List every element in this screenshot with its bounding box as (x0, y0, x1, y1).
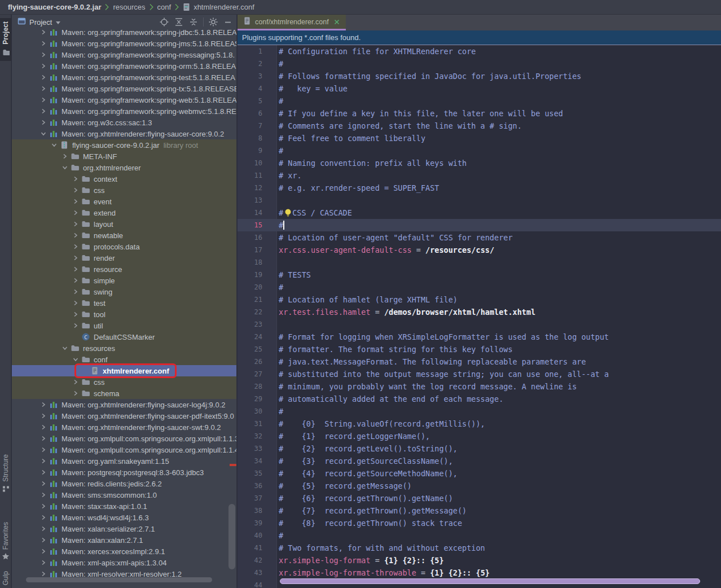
chevron-right-icon[interactable] (70, 299, 81, 308)
project-horizontal-scrollbar[interactable] (26, 577, 212, 582)
tree-item[interactable]: Maven: org.xhtmlrenderer:flying-saucer-s… (12, 422, 236, 433)
editor-line[interactable]: 5# (238, 95, 721, 107)
chevron-right-icon[interactable] (38, 73, 49, 82)
tree-item[interactable]: Maven: wsdl4j:wsdl4j:1.6.3 (12, 512, 236, 523)
editor-line[interactable]: 11# xr. (238, 169, 721, 182)
tree-item[interactable]: test (12, 297, 236, 309)
chevron-right-icon[interactable] (38, 536, 49, 545)
stripe-tab-favorites[interactable]: Favorites (0, 522, 11, 563)
editor-line[interactable]: 1# Configuration file for XHTMLRenderer … (238, 45, 721, 58)
editor-line[interactable]: 10# Naming convention: prefix all keys w… (238, 157, 721, 169)
tree-item[interactable]: simple (12, 275, 236, 286)
chevron-down-icon[interactable] (59, 344, 70, 353)
chevron-down-icon[interactable] (70, 355, 81, 364)
tree-item[interactable]: Maven: org.springframework:spring-web:5.… (12, 94, 236, 106)
tree-item[interactable]: xhtmlrenderer.conf (12, 365, 236, 376)
tree-item[interactable]: tool (12, 309, 236, 320)
editor-line[interactable]: 25# formatter. The format string for thi… (238, 343, 721, 356)
tree-item[interactable]: Maven: xalan:serializer:2.7.1 (12, 523, 236, 534)
chevron-right-icon[interactable] (70, 174, 81, 183)
tree-item[interactable]: newtable (12, 230, 236, 241)
chevron-right-icon[interactable] (70, 186, 81, 195)
editor-line[interactable]: 15# (238, 219, 721, 231)
tree-item[interactable]: Maven: xerces:xercesImpl:2.9.1 (12, 546, 236, 557)
chevron-right-icon[interactable] (70, 197, 81, 206)
editor-line[interactable]: 28# minimum, you probably want the log r… (238, 380, 721, 393)
chevron-right-icon[interactable] (59, 152, 70, 161)
stripe-tab-project[interactable]: Project (0, 18, 11, 61)
tree-item[interactable]: schema (12, 388, 236, 399)
tree-item[interactable]: Maven: org.yaml:snakeyaml:1.15 (12, 455, 236, 467)
editor-line[interactable]: 34# {3} record.getSourceClassName(), (238, 455, 721, 467)
tree-item[interactable]: Maven: org.springframework:spring-test:5… (12, 72, 236, 83)
close-icon[interactable] (333, 19, 340, 25)
chevron-right-icon[interactable] (70, 389, 81, 398)
editor-line[interactable]: 29# automatically added at the end of ea… (238, 393, 721, 405)
editor-line[interactable]: 21# Location of hamlet (large XHTML file… (238, 293, 721, 306)
tree-item[interactable]: swing (12, 286, 236, 297)
chevron-right-icon[interactable] (38, 434, 49, 443)
chevron-right-icon[interactable] (38, 118, 49, 127)
chevron-right-icon[interactable] (38, 107, 49, 116)
chevron-right-icon[interactable] (38, 457, 49, 466)
tree-item[interactable]: Maven: org.xmlpull:com.springsource.org.… (12, 433, 236, 444)
chevron-right-icon[interactable] (38, 411, 49, 420)
editor-horizontal-scrollbar[interactable] (280, 578, 700, 584)
tree-item[interactable]: resources (12, 343, 236, 354)
chevron-right-icon[interactable] (70, 287, 81, 296)
chevron-right-icon[interactable] (38, 39, 49, 48)
stripe-tab-structure[interactable]: Structure (0, 454, 11, 495)
editor-line[interactable]: 24# Format for logging when XRSimpleLogF… (238, 331, 721, 343)
editor-line[interactable]: 39# {8} record.getThrown() stack trace (238, 517, 721, 529)
chevron-down-icon[interactable] (49, 141, 59, 150)
hide-icon[interactable] (223, 17, 233, 27)
tree-item[interactable]: resource (12, 264, 236, 275)
tree-item[interactable]: Maven: org.w3c.css:sac:1.3 (12, 117, 236, 128)
editor-line[interactable]: 18 (238, 256, 721, 269)
chevron-right-icon[interactable] (38, 400, 49, 409)
chevron-right-icon[interactable] (38, 445, 49, 454)
tree-item[interactable]: Maven: postgresql:postgresql:8.3-603.jdb… (12, 467, 236, 478)
tree-item[interactable]: Maven: sms:smscommon:1.0 (12, 489, 236, 501)
tree-item[interactable]: org.xhtmlrenderer (12, 162, 236, 173)
editor-line[interactable]: 43xr.simple-log-format-throwable = {1} {… (238, 567, 721, 579)
editor-line[interactable]: 20# (238, 281, 721, 293)
editor-line[interactable]: 40# (238, 529, 721, 542)
editor-line[interactable]: 35# {4} record.getSourceMethodName(), (238, 467, 721, 480)
chevron-right-icon[interactable] (70, 231, 81, 240)
chevron-right-icon[interactable] (70, 276, 81, 285)
editor-line[interactable]: 38# {7} record.getThrown().getMessage() (238, 504, 721, 517)
editor-line[interactable]: 8# Feel free to comment liberally (238, 132, 721, 144)
tree-item[interactable]: css (12, 376, 236, 388)
editor-line[interactable]: 37# {6} record.getThrown().getName() (238, 492, 721, 504)
breadcrumb-item[interactable]: conf (157, 3, 172, 11)
chevron-right-icon[interactable] (38, 558, 49, 567)
editor-line[interactable]: 23 (238, 318, 721, 331)
tree-item[interactable]: Maven: org.xmlpull:com.springsource.org.… (12, 444, 236, 455)
project-vertical-scrollbar[interactable] (228, 504, 235, 569)
intention-bulb-icon[interactable] (284, 208, 292, 221)
tree-item[interactable]: Maven: stax:stax-api:1.0.1 (12, 501, 236, 512)
chevron-down-icon[interactable] (56, 21, 60, 24)
chevron-right-icon[interactable] (38, 547, 49, 556)
editor-line[interactable]: 9# (238, 144, 721, 157)
tree-item[interactable]: Maven: org.springframework:spring-orm:5.… (12, 60, 236, 72)
editor-line[interactable]: 26# java.text.MessageFormat. The followi… (238, 356, 721, 368)
settings-icon[interactable] (208, 17, 218, 27)
editor-line[interactable]: 33# {2} record.getLevel().toString(), (238, 442, 721, 455)
tree-item[interactable]: flying-saucer-core-9.0.2.jarlibrary root (12, 139, 236, 151)
editor-line[interactable]: 27# substituted into the output message … (238, 368, 721, 380)
chevron-right-icon[interactable] (38, 468, 49, 477)
chevron-right-icon[interactable] (38, 502, 49, 511)
tree-item[interactable]: render (12, 252, 236, 264)
editor-line[interactable]: 22xr.test.files.hamlet = /demos/browser/… (238, 306, 721, 318)
editor-line[interactable]: 12# e.g. xr.render-speed = SUPER_FAST (238, 182, 721, 194)
chevron-right-icon[interactable] (70, 321, 81, 330)
chevron-right-icon[interactable] (38, 95, 49, 104)
editor-line[interactable]: 2# (238, 58, 721, 70)
editor-line[interactable]: 30# (238, 405, 721, 418)
tree-item[interactable]: util (12, 320, 236, 331)
chevron-right-icon[interactable] (70, 220, 81, 229)
tree-item[interactable]: CDefaultCSSMarker (12, 331, 236, 343)
locate-icon[interactable] (159, 17, 169, 27)
